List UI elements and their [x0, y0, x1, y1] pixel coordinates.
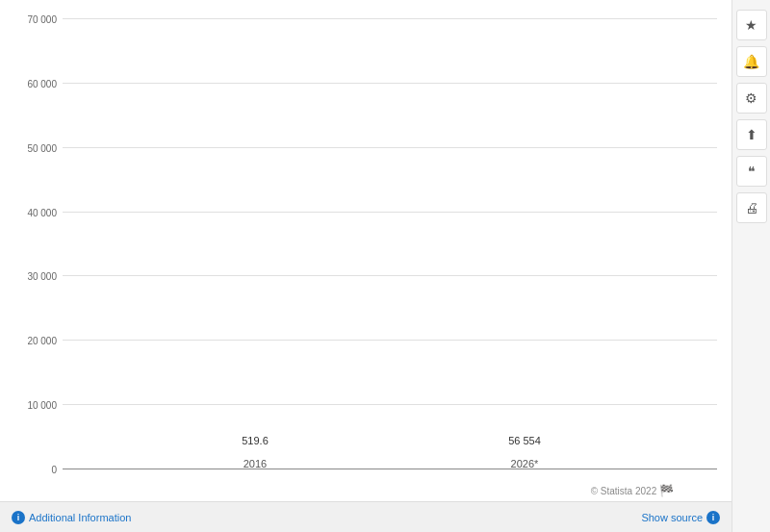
y-tick-label: 30 000 — [27, 271, 63, 282]
quote-button[interactable]: ❝ — [736, 156, 767, 187]
notification-button[interactable]: 🔔 — [736, 46, 767, 77]
y-tick-label: 70 000 — [27, 14, 63, 25]
show-source-label: Show source — [641, 512, 703, 523]
additional-info-button[interactable]: i Additional Information — [12, 511, 131, 524]
bottom-bar: i Additional Information Show source i — [0, 501, 732, 532]
info-icon: i — [12, 511, 25, 524]
bar-value-label: 56 554 — [508, 435, 541, 446]
source-info-icon: i — [706, 511, 720, 524]
sidebar: ★🔔⚙⬆❝🖨 — [732, 0, 770, 532]
y-tick-label: 0 — [51, 465, 63, 475]
share-button[interactable]: ⬆ — [736, 119, 767, 150]
x-axis-line — [63, 469, 717, 469]
bookmark-button[interactable]: ★ — [736, 10, 767, 40]
statista-credit: © Statista 2022 🏁 — [591, 484, 674, 497]
additional-info-label: Additional Information — [29, 512, 131, 523]
y-tick-label: 60 000 — [27, 78, 63, 89]
settings-button[interactable]: ⚙ — [736, 83, 767, 114]
bar-value-label: 519.6 — [242, 435, 269, 446]
bar-group: 519.62016 — [197, 435, 313, 469]
y-tick-label: 50 000 — [27, 142, 63, 153]
chart-inner: 70 00060 00050 00040 00030 00020 00010 0… — [63, 19, 717, 469]
y-tick-label: 20 000 — [27, 336, 63, 346]
print-button[interactable]: 🖨 — [736, 192, 767, 223]
chart-area: Market revenue in million U.S. dollars 7… — [0, 0, 732, 532]
y-tick-label: 10 000 — [27, 400, 63, 411]
bar-group: 56 5542026* — [467, 435, 582, 469]
show-source-button[interactable]: Show source i — [641, 511, 720, 524]
y-tick-label: 40 000 — [27, 207, 63, 217]
